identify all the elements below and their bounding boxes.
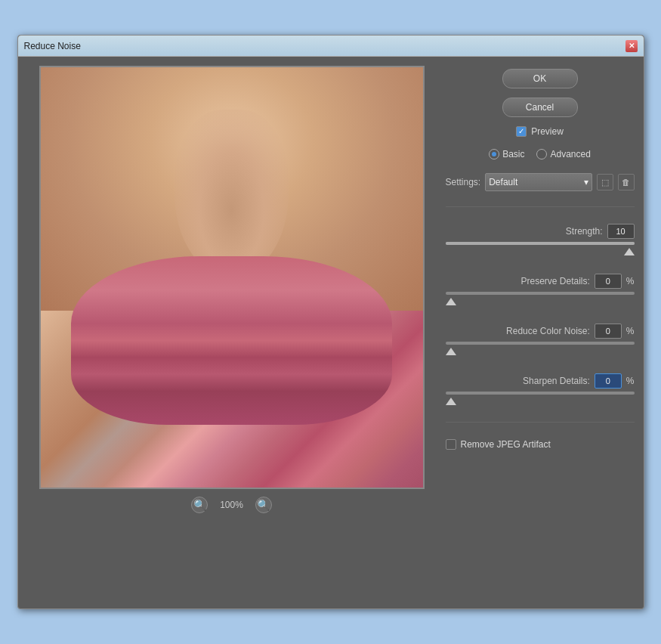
close-button[interactable]: ✕ — [625, 40, 638, 52]
preserve-details-thumb-row — [446, 298, 635, 305]
nose-area — [175, 110, 289, 277]
preview-image — [41, 67, 423, 488]
strength-label-row: Strength: — [446, 224, 635, 239]
strength-fill — [446, 242, 635, 245]
basic-radio-option[interactable]: Basic — [489, 149, 524, 159]
sharpen-details-thumb-row — [446, 398, 635, 405]
preserve-details-track[interactable] — [446, 292, 635, 295]
settings-row: Settings: Default ▾ ⬚ 🗑 — [446, 173, 635, 191]
cancel-button[interactable]: Cancel — [502, 98, 578, 117]
mode-radio-row: Basic Advanced — [446, 149, 635, 159]
strength-input[interactable] — [607, 224, 635, 239]
sharpen-details-group: Sharpen Details: % — [446, 373, 635, 405]
zoom-out-icon: 🔍 — [193, 499, 206, 511]
jpeg-artifact-checkbox[interactable] — [446, 439, 456, 450]
reduce-color-noise-input[interactable] — [595, 324, 622, 339]
save-preset-icon: ⬚ — [601, 178, 609, 187]
face-simulation — [41, 67, 423, 488]
controls-panel: OK Cancel Preview Basic Advanced — [446, 66, 635, 599]
separator-2 — [446, 422, 635, 423]
preserve-details-label-row: Preserve Details: % — [446, 274, 635, 289]
sharpen-details-thumb[interactable] — [446, 398, 456, 405]
advanced-label: Advanced — [550, 149, 590, 159]
preserve-details-percent: % — [626, 276, 635, 286]
zoom-in-button[interactable]: 🔍 — [255, 497, 272, 513]
reduce-noise-dialog: Reduce Noise ✕ 🔍 10 — [17, 35, 644, 609]
dropdown-arrow-icon: ▾ — [584, 177, 588, 187]
strength-thumb-row — [446, 248, 635, 255]
delete-preset-icon: 🗑 — [622, 178, 630, 187]
zoom-out-button[interactable]: 🔍 — [191, 497, 208, 513]
reduce-color-noise-thumb-row — [446, 348, 635, 355]
jpeg-artifact-row: Remove JPEG Artifact — [446, 439, 635, 450]
zoom-level: 100% — [220, 500, 243, 510]
advanced-radio-option[interactable]: Advanced — [536, 149, 590, 159]
basic-radio[interactable] — [489, 149, 499, 159]
reduce-color-noise-label-row: Reduce Color Noise: % — [446, 324, 635, 339]
sharpen-details-label-row: Sharpen Details: % — [446, 373, 635, 389]
zoom-controls: 🔍 100% 🔍 — [191, 497, 272, 513]
lips-area — [71, 256, 392, 424]
preview-image-container — [39, 66, 425, 489]
advanced-radio[interactable] — [536, 149, 547, 159]
jpeg-artifact-label: Remove JPEG Artifact — [461, 439, 551, 450]
preserve-details-input[interactable] — [595, 274, 622, 289]
preserve-details-label: Preserve Details: — [520, 276, 589, 286]
dialog-body: 🔍 100% 🔍 OK Cancel Preview — [18, 57, 644, 608]
strength-thumb[interactable] — [624, 248, 635, 255]
preserve-details-group: Preserve Details: % — [446, 274, 635, 305]
dialog-title: Reduce Noise — [24, 41, 81, 51]
separator-1 — [446, 206, 635, 207]
strength-track[interactable] — [446, 242, 635, 245]
strength-label: Strength: — [566, 226, 603, 237]
zoom-in-icon: 🔍 — [257, 499, 270, 511]
strength-group: Strength: — [446, 224, 635, 255]
reduce-color-noise-thumb[interactable] — [446, 348, 456, 355]
settings-value: Default — [489, 177, 517, 187]
sharpen-details-input[interactable] — [595, 373, 622, 389]
settings-dropdown[interactable]: Default ▾ — [485, 173, 592, 191]
reduce-color-noise-group: Reduce Color Noise: % — [446, 324, 635, 355]
preview-checkbox[interactable] — [516, 126, 527, 137]
title-bar: Reduce Noise ✕ — [18, 36, 644, 57]
save-preset-button[interactable]: ⬚ — [597, 174, 613, 190]
preview-panel: 🔍 100% 🔍 — [27, 66, 437, 599]
preview-label: Preview — [531, 126, 564, 137]
basic-label: Basic — [502, 149, 524, 159]
preview-row: Preview — [446, 126, 635, 137]
preserve-details-thumb[interactable] — [446, 298, 456, 305]
reduce-color-noise-label: Reduce Color Noise: — [506, 326, 590, 336]
ok-button[interactable]: OK — [502, 69, 578, 88]
reduce-color-noise-track[interactable] — [446, 342, 635, 345]
delete-preset-button[interactable]: 🗑 — [618, 174, 635, 190]
sharpen-details-track[interactable] — [446, 392, 635, 395]
reduce-color-noise-percent: % — [626, 326, 635, 336]
sharpen-details-percent: % — [626, 376, 635, 386]
settings-label: Settings: — [446, 177, 481, 187]
sharpen-details-label: Sharpen Details: — [523, 376, 590, 386]
